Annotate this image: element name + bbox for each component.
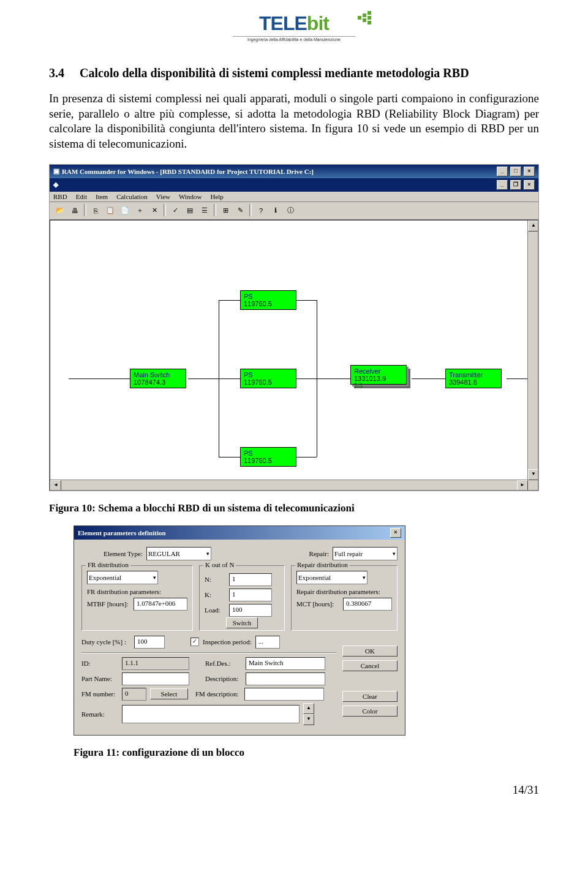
child-window-titlebar: ◈ _ ❐ × bbox=[50, 178, 538, 192]
repair-select[interactable]: Full repair bbox=[333, 547, 398, 560]
add-icon[interactable]: ＋ bbox=[133, 204, 146, 217]
help-icon[interactable]: ? bbox=[254, 204, 268, 217]
paste-icon[interactable]: 📋 bbox=[104, 204, 117, 217]
maximize-button[interactable]: □ bbox=[510, 167, 521, 176]
fr-distribution-group: FR distribution Exponential FR distribut… bbox=[81, 565, 193, 631]
element-type-select[interactable]: REGULAR bbox=[146, 547, 211, 560]
screenshot-element-params-dialog: Element parameters definition × Element … bbox=[74, 525, 405, 736]
figure-caption-10: Figura 10: Schema a blocchi RBD di un si… bbox=[49, 502, 539, 514]
n-input[interactable]: 1 bbox=[229, 573, 272, 586]
window-titlebar: ▣ RAM Commander for Windows - [RBD STAND… bbox=[50, 165, 538, 178]
rbd-block-receiver[interactable]: Receiver1331013.9 2/3 bbox=[350, 365, 407, 385]
fm-description-input[interactable] bbox=[244, 688, 324, 701]
inspection-checkbox[interactable]: ✓ bbox=[190, 638, 199, 646]
list-icon[interactable]: ☰ bbox=[198, 204, 211, 217]
copy-icon[interactable]: ⎘ bbox=[89, 204, 102, 217]
k-input[interactable]: 1 bbox=[229, 589, 272, 601]
menu-rbd[interactable]: RBD bbox=[53, 193, 67, 200]
fr-dist-select[interactable]: Exponential bbox=[87, 571, 158, 584]
clear-button[interactable]: Clear bbox=[342, 691, 398, 702]
element-type-label: Element Type: bbox=[81, 550, 143, 557]
part-name-input[interactable] bbox=[122, 672, 189, 685]
info-icon[interactable]: ℹ bbox=[269, 204, 282, 217]
print-icon[interactable]: 🖶 bbox=[68, 204, 81, 217]
color-button[interactable]: Color bbox=[342, 706, 398, 717]
menu-help[interactable]: Help bbox=[210, 193, 223, 200]
rbd-canvas[interactable]: Main Switch1078474.3 PS119760.5 PS119760… bbox=[50, 220, 538, 491]
dialog-title: Element parameters definition bbox=[78, 529, 166, 536]
description-input[interactable] bbox=[246, 672, 325, 685]
close-button[interactable]: × bbox=[524, 167, 535, 176]
page-number: 14/31 bbox=[49, 783, 539, 797]
screenshot-ram-commander: ▣ RAM Commander for Windows - [RBD STAND… bbox=[49, 164, 539, 491]
select-button[interactable]: Select bbox=[150, 688, 188, 699]
horizontal-scrollbar[interactable]: ◄► bbox=[50, 480, 528, 490]
k-out-of-n-group: K out of N N:1 K:1 Load:100 Switch bbox=[199, 565, 285, 631]
rbd-block-ps-3[interactable]: PS119760.5 bbox=[240, 447, 296, 467]
dialog-close-button[interactable]: × bbox=[390, 528, 401, 538]
logo: TELEbit Ingegneria della Affidabilità e … bbox=[49, 12, 539, 48]
doc-icon[interactable]: 📄 bbox=[118, 204, 132, 217]
rbd-block-ps-2[interactable]: PS119760.5 bbox=[240, 369, 296, 388]
repair-label: Repair: bbox=[309, 550, 329, 557]
ok-button[interactable]: OK bbox=[342, 646, 398, 657]
id-input: 1.1.1 bbox=[122, 657, 189, 670]
refdes-input[interactable]: Main Switch bbox=[246, 657, 325, 670]
tree-icon[interactable]: ⊞ bbox=[219, 204, 232, 217]
menu-view[interactable]: View bbox=[156, 193, 170, 200]
dialog-titlebar: Element parameters definition × bbox=[74, 526, 405, 540]
fm-number-input: 0 bbox=[122, 688, 146, 701]
rbd-block-main-switch[interactable]: Main Switch1078474.3 bbox=[130, 369, 186, 388]
edit-icon[interactable]: ✎ bbox=[233, 204, 247, 217]
open-icon[interactable]: 📂 bbox=[53, 204, 67, 217]
mct-input[interactable]: 0.380667 bbox=[343, 598, 392, 611]
menu-edit[interactable]: Edit bbox=[76, 193, 87, 200]
doc-icon: ◈ bbox=[53, 181, 58, 189]
sheet-icon[interactable]: ▤ bbox=[183, 204, 197, 217]
rbd-block-transmitter[interactable]: Transmitter339481.8 bbox=[445, 369, 502, 388]
menu-window[interactable]: Window bbox=[179, 193, 202, 200]
section-heading: 3.4Calcolo della disponibilità di sistem… bbox=[49, 66, 539, 80]
repair-distribution-group: Repair distribution Exponential Repair d… bbox=[291, 565, 398, 631]
child-minimize-button[interactable]: _ bbox=[497, 180, 508, 190]
mtbf-input[interactable]: 1.07847e+006 bbox=[134, 598, 187, 611]
minimize-button[interactable]: _ bbox=[497, 167, 508, 176]
toolbar: 📂 🖶 ⎘ 📋 📄 ＋ ✕ ✓ ▤ ☰ ⊞ ✎ ? ℹ ⓘ bbox=[50, 202, 538, 220]
rbd-block-ps-1[interactable]: PS119760.5 bbox=[240, 290, 296, 310]
menu-item[interactable]: Item bbox=[96, 193, 108, 200]
remark-down[interactable]: ▼ bbox=[303, 714, 314, 725]
app-icon: ▣ bbox=[53, 167, 59, 175]
about-icon[interactable]: ⓘ bbox=[284, 204, 297, 217]
inspection-period-input[interactable]: ... bbox=[255, 636, 280, 649]
body-paragraph: In presenza di sistemi complessi nei qua… bbox=[49, 91, 539, 152]
child-close-button[interactable]: × bbox=[524, 180, 535, 190]
window-title: RAM Commander for Windows - [RBD STANDAR… bbox=[62, 168, 314, 175]
menu-calculation[interactable]: Calculation bbox=[116, 193, 148, 200]
duty-cycle-input[interactable]: 100 bbox=[134, 636, 165, 649]
menubar: RBD Edit Item Calculation View Window He… bbox=[50, 192, 538, 202]
child-restore-button[interactable]: ❐ bbox=[510, 180, 521, 190]
check-icon[interactable]: ✓ bbox=[168, 204, 182, 217]
delete-icon[interactable]: ✕ bbox=[148, 204, 161, 217]
remark-up[interactable]: ▲ bbox=[303, 703, 314, 714]
remark-input[interactable] bbox=[122, 705, 300, 723]
switch-button[interactable]: Switch bbox=[226, 617, 258, 628]
cancel-button[interactable]: Cancel bbox=[342, 660, 398, 671]
figure-caption-11: Figura 11: configurazione di un blocco bbox=[74, 747, 539, 759]
repair-dist-select[interactable]: Exponential bbox=[296, 571, 368, 584]
load-input[interactable]: 100 bbox=[229, 604, 272, 617]
vertical-scrollbar[interactable]: ▲▼ bbox=[527, 220, 538, 480]
